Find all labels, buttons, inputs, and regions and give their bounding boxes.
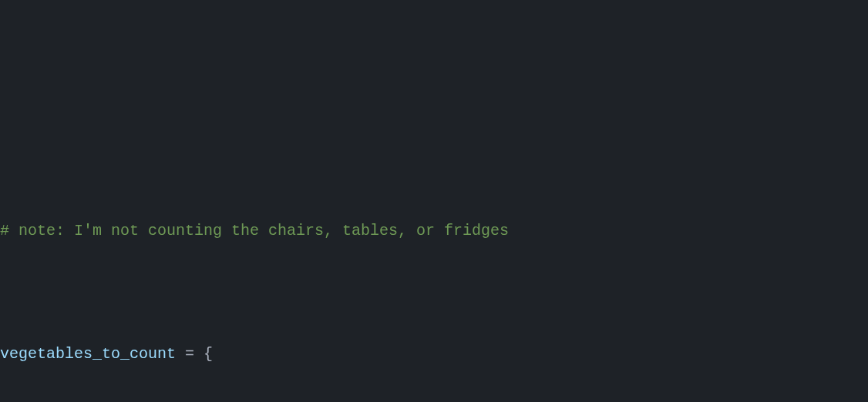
equals-operator: = xyxy=(176,345,204,363)
open-brace: { xyxy=(204,345,213,363)
code-line-blank xyxy=(0,277,868,308)
code-line-comment: # note: I'm not counting the chairs, tab… xyxy=(0,216,868,246)
code-editor[interactable]: # note: I'm not counting the chairs, tab… xyxy=(0,123,868,402)
comment-text: # note: I'm not counting the chairs, tab… xyxy=(0,222,509,240)
variable-name: vegetables_to_count xyxy=(0,345,176,363)
code-line-assign: vegetables_to_count = { xyxy=(0,339,868,370)
